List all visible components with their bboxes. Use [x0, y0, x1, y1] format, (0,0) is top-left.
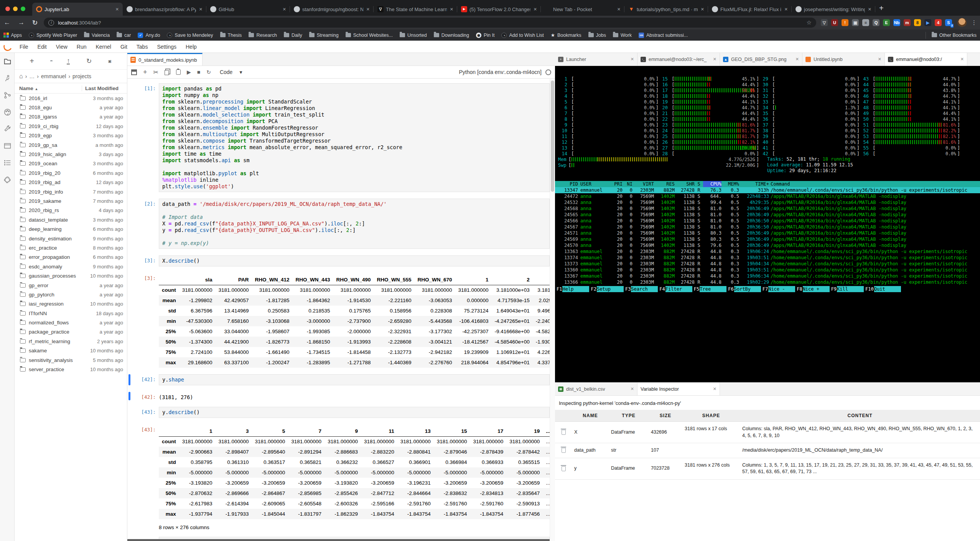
browser-tab[interactable]: FluxML/Flux.jl: Relax! Flux is th✕ [708, 3, 792, 16]
fkey-f9[interactable]: F9 [830, 286, 837, 292]
fkey-label[interactable]: Kill [837, 286, 864, 292]
panel-tab[interactable]: ▲GEO_DIS_BBP_STG.png✕ [720, 53, 802, 66]
files-icon[interactable] [0, 53, 15, 70]
fkey-label[interactable]: SortBy [734, 286, 761, 292]
bookmark-item[interactable]: ★Bookmarks [547, 32, 585, 38]
column-cpu[interactable]: CPU% [703, 181, 721, 187]
delete-variable-button[interactable] [555, 458, 572, 480]
fkey-label[interactable]: Search [631, 286, 658, 292]
bookmark-item[interactable]: 100Abstract submissi... [635, 33, 691, 38]
property-inspector-icon[interactable] [0, 120, 15, 137]
paste-cell-button[interactable] [176, 69, 181, 75]
kernel-status-icon[interactable] [545, 69, 551, 75]
process-row[interactable]: 13347emmanuel2002303M882M27428R76.30.331… [555, 187, 980, 193]
other-bookmarks[interactable]: Other Bookmarks [928, 33, 980, 38]
commands-palette-icon[interactable] [0, 104, 15, 120]
file-row[interactable]: gp_errora year ago [15, 281, 127, 290]
reload-icon[interactable]: ↻ [28, 19, 41, 27]
bookmark-item[interactable]: ✓Any.do [134, 33, 163, 38]
notebook-cell[interactable]: [43]:135791113151719...95count3181.00000… [127, 424, 550, 530]
file-row[interactable]: 2018_igarssa year ago [15, 112, 127, 122]
column-s[interactable]: S [695, 181, 703, 187]
process-row[interactable]: 24568anna2007569M1402M1138S81.00.520h36:… [555, 206, 980, 212]
refresh-button[interactable]: ↻ [86, 57, 92, 65]
bookmark-item[interactable]: School Websites... [342, 33, 396, 38]
extension-manager-icon[interactable] [0, 171, 15, 188]
browser-tab[interactable]: ▶(5) TensorFlow 2.0 Changes - Y✕ [457, 3, 541, 16]
menu-git[interactable]: Git [116, 44, 132, 50]
breadcrumb-emmanuel[interactable]: emmanuel [41, 73, 66, 79]
file-row[interactable]: esdc_anomaly9 months ago [15, 262, 127, 271]
tab-close-icon[interactable]: ✕ [700, 6, 705, 13]
file-row[interactable]: gp_pytorcha year ago [15, 290, 127, 299]
cut-cell-button[interactable]: ✂ [153, 69, 158, 76]
new-launcher-button[interactable]: + [30, 57, 34, 66]
notebook-cell[interactable]: [1]:import pandas as pdimport numpy as n… [127, 83, 550, 192]
column-pid[interactable]: PID [558, 181, 580, 187]
extension-icon[interactable]: m [904, 19, 911, 26]
upload-button[interactable]: ↑ [67, 58, 70, 64]
fkey-label[interactable]: Tree [700, 286, 726, 292]
file-row[interactable]: sensitivity_analysis5 months ago [15, 355, 127, 365]
forward-icon[interactable]: → [14, 19, 28, 26]
fkey-label[interactable]: Nice + [803, 286, 830, 292]
file-row[interactable]: sakame10 months ago [15, 346, 127, 355]
panel-tab[interactable]: ▦dist_v1_belkin.csv✕ [555, 383, 637, 395]
panel-tab[interactable]: Untitled.ipynb✕ [802, 53, 885, 66]
process-row[interactable]: 13374emmanuel2002303M882M27428R44.80.319… [555, 255, 980, 261]
open-tabs-icon[interactable] [0, 137, 15, 154]
notebook-cell[interactable]: [3]:X.describe() [127, 255, 550, 266]
file-row[interactable]: gaussian_processes10 months ago [15, 271, 127, 280]
extension-icon[interactable]: 8 [914, 19, 921, 26]
browser-tab[interactable]: GitHub✕ [206, 3, 290, 16]
bookmark-item[interactable]: Thesis [217, 33, 245, 38]
fkey-f3[interactable]: F3 [624, 286, 631, 292]
file-row[interactable]: package_practicea year ago [15, 327, 127, 337]
process-row[interactable]: 24569anna2007569M1402M1138S80.30.520h36:… [555, 236, 980, 242]
tab-close-icon[interactable]: ✕ [449, 6, 454, 13]
extension-icon[interactable]: ! [842, 19, 848, 26]
file-row[interactable]: 2019_ci_rbig12 days ago [15, 122, 127, 131]
terminal[interactable]: 1 [0.0%]2 [0.0%]3 [0.0%]4 [0.0%]5 [0.0%]… [555, 66, 980, 382]
file-row[interactable]: 2019_gp_saa month ago [15, 140, 127, 150]
tab-close-icon[interactable]: ✕ [115, 6, 120, 13]
process-row[interactable]: 24565anna2007569M1402M1138S81.00.520h36:… [555, 212, 980, 218]
extension-icon[interactable]: Q [873, 19, 880, 26]
breadcrumb-projects[interactable]: projects [72, 73, 91, 79]
delete-variable-button[interactable] [555, 422, 572, 443]
file-row[interactable]: 2019_rbig_ad12 days ago [15, 178, 127, 187]
code-editor[interactable]: import pandas as pdimport numpy as npfro… [159, 83, 550, 192]
fkey-f5[interactable]: F5 [692, 286, 700, 292]
home-icon[interactable]: ⌂ [19, 73, 23, 80]
tab-close-icon[interactable]: ✕ [713, 57, 716, 62]
bookmark-item[interactable]: Valencia [81, 33, 113, 38]
browser-tab[interactable]: stanfordmlgroup/ngboost: Nat✕ [290, 3, 374, 16]
bookmark-item[interactable]: car [113, 33, 134, 38]
run-cell-button[interactable]: ▶ [187, 69, 191, 75]
column-pri[interactable]: PRI [611, 181, 623, 187]
fkey-label[interactable]: Filter [665, 286, 692, 292]
browser-menu-icon[interactable]: ⋮ [968, 19, 980, 26]
column-ni[interactable]: NI [623, 181, 632, 187]
bookmark-star-icon[interactable]: ☆ [807, 19, 812, 26]
extension-icon[interactable]: ≡ [862, 19, 869, 26]
tab-close-icon[interactable]: ✕ [631, 57, 634, 62]
file-row[interactable]: normalized_flowsa year ago [15, 318, 127, 327]
file-row[interactable]: 2019_ocean3 months ago [15, 159, 127, 168]
code-editor[interactable]: y.shape [159, 374, 550, 385]
process-row[interactable]: 13363emmanuel2002303M882M27428R44.80.319… [555, 248, 980, 255]
file-row[interactable]: 2019_rbig_info7 months ago [15, 187, 127, 196]
bookmark-item[interactable]: Daily [280, 33, 306, 38]
breadcrumb-ellipsis[interactable]: … [29, 73, 35, 79]
tab-close-icon[interactable]: ✕ [796, 57, 799, 62]
file-row[interactable]: iasi_regression10 months ago [15, 299, 127, 309]
extension-icon[interactable]: U [831, 19, 838, 26]
git-clone-button[interactable]: ◈ [107, 58, 114, 65]
process-row[interactable]: 13360emmanuel2002303M882M27428R44.80.319… [555, 267, 980, 273]
table-of-contents-icon[interactable] [0, 154, 15, 171]
browser-tab[interactable]: New Tab - Pocket✕ [541, 3, 624, 16]
bookmark-item[interactable]: Downloading [430, 33, 473, 38]
bookmark-item[interactable]: Unsorted [396, 33, 430, 38]
save-button[interactable] [131, 69, 137, 75]
fkey-label[interactable]: Setup [597, 286, 624, 292]
